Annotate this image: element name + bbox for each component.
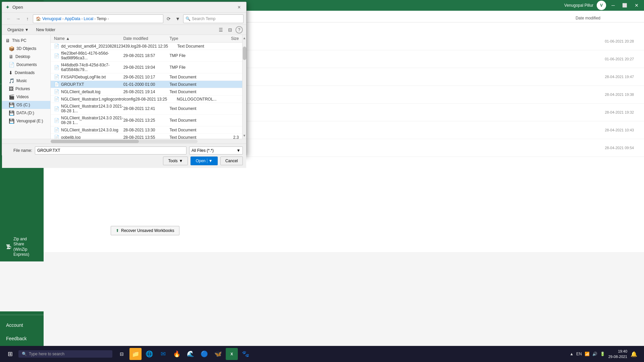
forward-button[interactable]: → [14, 15, 22, 23]
table-row[interactable]: 📄NGLClient_Illustrator124.3.0 2021-08-28… [51, 103, 242, 115]
table-row[interactable]: 📄NGLClient_Illustrator124.3.0 2021-08-28… [51, 115, 242, 126]
documents-icon: 📄 [9, 62, 14, 67]
hscroll-track[interactable] [51, 140, 198, 143]
filename-input[interactable] [35, 146, 186, 155]
taskbar-vpn[interactable]: 🦋 [212, 348, 224, 360]
dialog-file-area: Name ▲ Date modified Type Size 📄dd_vcred… [51, 35, 246, 139]
taskbar-clock[interactable]: 19:40 29-08-2021 [608, 349, 627, 360]
user-avatar[interactable]: V [597, 1, 606, 10]
taskbar-edge[interactable]: 🌊 [184, 348, 197, 360]
nav-3d-objects[interactable]: 📦 3D Objects [2, 45, 50, 53]
nav-data-d[interactable]: 💾 DATA (D:) [2, 109, 50, 117]
filetype-dropdown[interactable]: All Files (*.*) ▼ [189, 146, 243, 155]
file-icon: 📄 [54, 44, 59, 49]
hscroll-thumb[interactable] [51, 140, 139, 143]
notification-icon[interactable]: 🔔 [631, 351, 637, 357]
start-button[interactable]: ⊞ [3, 347, 17, 361]
nav-documents[interactable]: 📄 Documents [2, 61, 50, 69]
open-dropdown-icon: ▼ [207, 159, 213, 163]
table-row[interactable]: 📄FXSAPIDebugLogFile.txt 29-06-2021 10:17… [51, 73, 242, 81]
tools-button[interactable]: Tools ▼ [163, 157, 188, 165]
file-icon: 📄 [54, 135, 59, 139]
dialog-main-area: 🖥 This PC 📦 3D Objects 🖥 Desktop 📄 Docum… [2, 35, 246, 139]
dialog-nav-bar: ← → ↑ 🏠 Venugopal › AppData › Local › Te… [2, 13, 246, 25]
videos-icon: 🎬 [9, 94, 14, 100]
view-list-button[interactable]: ☰ [217, 26, 225, 34]
dialog-close-button[interactable]: × [235, 4, 243, 11]
recover-icon: ⬆ [116, 228, 119, 233]
taskbar-mail[interactable]: ✉ [157, 348, 169, 360]
os-c-icon: 💾 [9, 102, 14, 108]
nav-downloads[interactable]: ⬇ Downloads [2, 69, 50, 77]
help-button[interactable]: ? [235, 26, 243, 34]
downloads-icon: ⬇ [9, 70, 13, 75]
nav-os-c[interactable]: 💾 OS (C:) [2, 101, 50, 109]
wifi-icon[interactable]: 📶 [585, 352, 590, 356]
up-button[interactable]: ↑ [23, 15, 32, 23]
organize-button[interactable]: Organize ▼ [5, 27, 31, 33]
date-modified-header: Date modified [576, 16, 634, 20]
show-hidden-icon[interactable]: ▲ [570, 352, 574, 356]
excel-close-btn[interactable]: ✕ [633, 3, 641, 8]
nav-videos[interactable]: 🎬 Videos [2, 93, 50, 101]
nav-desktop[interactable]: 🖥 Desktop [2, 53, 50, 61]
table-row[interactable]: 📄NGLClient_Illustrator124.3.0.log 28-08-… [51, 126, 242, 134]
taskbar-search-icon: 🔍 [22, 352, 27, 356]
taskbar-chrome[interactable]: 🔵 [198, 348, 210, 360]
breadcrumb-local[interactable]: Local [84, 16, 93, 21]
restore-btn[interactable]: ⬜ [620, 3, 629, 8]
table-row[interactable]: 📄GROUP.TXT 01-01-2000 01:00 Text Documen… [51, 81, 242, 88]
nav-pictures[interactable]: 🖼 Pictures [2, 85, 50, 93]
table-row[interactable]: 📄dd_vcredist_amd64_20210828123439.log 28… [51, 43, 242, 50]
breadcrumb-home-icon: 🏠 [36, 16, 41, 21]
username: Venugopal Pillur [564, 3, 593, 8]
breadcrumb-bar: 🏠 Venugopal › AppData › Local › Temp › [33, 14, 163, 23]
nav-venugopal-e[interactable]: 💾 Venugopal (E:) [2, 117, 50, 125]
scroll-thumb[interactable] [243, 47, 246, 60]
view-pane-button[interactable]: ⊟ [226, 26, 234, 34]
clock-time: 19:40 [608, 349, 627, 354]
sound-icon[interactable]: 🔊 [592, 352, 597, 356]
taskview-button[interactable]: ⊟ [116, 348, 128, 360]
dialog-left-nav: 🖥 This PC 📦 3D Objects 🖥 Desktop 📄 Docum… [2, 35, 51, 139]
taskbar-right-section: ▲ EN 📶 🔊 🔋 19:40 29-08-2021 🔔 [570, 349, 641, 360]
cancel-button[interactable]: Cancel [220, 157, 243, 165]
file-icon: 📄 [54, 97, 59, 102]
col-header-date[interactable]: Date modified [123, 36, 170, 41]
taskbar-ie[interactable]: 🌐 [143, 348, 155, 360]
sidebar-item-feedback[interactable]: Feedback [0, 332, 44, 345]
nav-this-pc[interactable]: 🖥 This PC [2, 37, 50, 45]
breadcrumb-venugopal[interactable]: Venugopal [42, 16, 61, 21]
minimize-btn[interactable]: ─ [609, 3, 617, 8]
breadcrumb-dropdown-button[interactable]: ▼ [174, 15, 182, 23]
sidebar-zip-share[interactable]: 🗜 Zip and Share (WinZip Express) [0, 210, 44, 261]
scroll-down-btn[interactable]: ▼ [243, 134, 246, 137]
table-row[interactable]: 📄NGLClient_Illustrator1.ngllogcontrolcon… [51, 96, 242, 103]
taskbar-file-explorer[interactable]: 📁 [129, 348, 142, 360]
col-header-type[interactable]: Type [169, 36, 216, 41]
col-header-size[interactable]: Size [216, 36, 239, 41]
taskbar-browser[interactable]: 🔥 [171, 348, 183, 360]
table-row[interactable]: 📄NGLClient_default.log 26-08-2021 19:14 … [51, 88, 242, 96]
taskbar-search-box[interactable]: 🔍 Type here to search [18, 350, 112, 358]
nav-music[interactable]: 🎵 Music [2, 77, 50, 85]
search-box[interactable]: 🔍 Search Temp [183, 14, 244, 23]
new-folder-button[interactable]: New folder [34, 27, 57, 33]
table-row[interactable]: 📄f446dbd9-74c8-425d-83c7-6af35848c79... … [51, 62, 242, 73]
taskbar-extra[interactable]: 🐾 [239, 348, 252, 360]
table-row[interactable]: 📄oobelib.log 28-08-2021 13:55 Text Docum… [51, 134, 242, 139]
scroll-up-btn[interactable]: ▲ [243, 36, 246, 40]
clock-date: 29-08-2021 [608, 354, 627, 360]
col-header-name[interactable]: Name ▲ [54, 36, 123, 41]
vertical-scrollbar[interactable]: ▲ ▼ [242, 35, 246, 139]
sidebar-item-account[interactable]: Account [0, 318, 44, 332]
refresh-button[interactable]: ⟳ [165, 15, 173, 23]
breadcrumb-appdata[interactable]: AppData [65, 16, 80, 21]
taskbar-excel[interactable]: X [226, 348, 238, 360]
data-d-icon: 💾 [9, 110, 14, 116]
back-button[interactable]: ← [5, 15, 13, 23]
open-button[interactable]: Open ▼ [191, 157, 217, 165]
table-row[interactable]: 📄f9e23bef-86b1-4176-b56d-9ad98f96ca3... … [51, 50, 242, 62]
taskbar-icons: ⊟ 📁 🌐 ✉ 🔥 🌊 🔵 🦋 X 🐾 [116, 348, 252, 360]
recover-unsaved-button[interactable]: ⬆ Recover Unsaved Workbooks [111, 226, 179, 235]
